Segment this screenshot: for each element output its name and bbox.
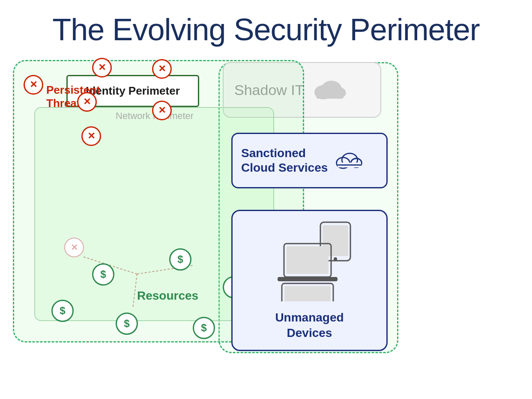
page-title: The Evolving Security Perimeter	[0, 0, 532, 47]
svg-rect-17	[278, 277, 338, 281]
resource-dollar-1: $	[92, 263, 114, 286]
shadow-cloud-icon	[311, 74, 349, 106]
sanctioned-cloud-box: Sanctioned Cloud Services	[231, 133, 388, 188]
threat-x-4: ✕	[77, 92, 97, 112]
resource-dollar-6: $	[193, 317, 215, 339]
threat-x-6: ✕	[81, 126, 101, 146]
resource-dollar-4: $	[51, 300, 74, 322]
threat-x-2: ✕	[92, 58, 112, 77]
threat-x-faded: ✕	[64, 238, 84, 257]
unmanaged-devices-box: Unmanaged Devices	[231, 210, 388, 351]
svg-point-14	[334, 257, 337, 261]
sanctioned-cloud-label: Sanctioned Cloud Services	[241, 146, 328, 175]
svg-rect-19	[284, 286, 331, 301]
devices-icons	[258, 220, 361, 301]
resource-dollar-5: $	[116, 313, 138, 335]
resources-label: Resources	[137, 289, 198, 303]
svg-rect-6	[316, 92, 343, 99]
devices-svg	[258, 220, 361, 301]
threat-x-1: ✕	[24, 75, 43, 95]
unmanaged-devices-label: Unmanaged Devices	[275, 310, 344, 341]
threat-x-3: ✕	[152, 59, 172, 79]
svg-rect-16	[287, 246, 329, 274]
resource-dollar-2: $	[169, 248, 191, 271]
threat-x-5: ✕	[152, 101, 172, 120]
sanctioned-cloud-icon	[334, 148, 364, 173]
